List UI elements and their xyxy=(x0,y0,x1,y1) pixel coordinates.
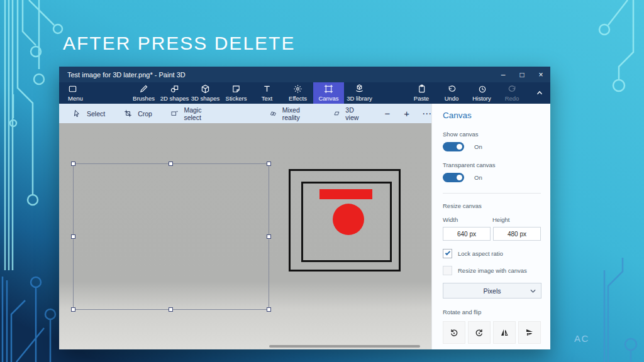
selection-handle[interactable] xyxy=(169,162,173,166)
chevron-down-icon xyxy=(530,289,536,293)
tab-stickers[interactable]: Stickers xyxy=(221,82,252,104)
paint3d-window: Test image for 3D later.png* - Paint 3D … xyxy=(59,67,550,349)
tab-effects[interactable]: Effects xyxy=(282,82,313,104)
flip-horizontal-button[interactable] xyxy=(493,321,516,344)
paste-icon xyxy=(417,84,426,94)
selection-handle[interactable] xyxy=(71,307,75,312)
collapse-ribbon-button[interactable] xyxy=(532,82,547,104)
height-label: Height xyxy=(492,216,509,223)
redo-icon xyxy=(508,84,517,94)
units-dropdown[interactable]: Pixels xyxy=(443,283,541,299)
drawing-red-bar[interactable] xyxy=(319,189,372,199)
3d-view-icon xyxy=(333,109,340,118)
zoom-out-button[interactable]: − xyxy=(384,109,390,118)
resize-canvas-label: Resize canvas xyxy=(443,202,541,209)
tool-subbar: Select Crop Magic select Mixed reality 3… xyxy=(59,104,431,123)
width-label: Width xyxy=(443,216,492,223)
selection-handle[interactable] xyxy=(267,307,271,312)
select-cursor-icon xyxy=(73,109,81,118)
canvas-icon xyxy=(324,84,333,94)
mixed-reality-button[interactable]: Mixed reality xyxy=(270,106,311,121)
tab-3d-library[interactable]: 3D library xyxy=(344,82,375,104)
rotate-counterclockwise-icon xyxy=(449,327,459,337)
zoom-in-button[interactable]: + xyxy=(404,109,409,118)
transparent-canvas-label: Transparent canvas xyxy=(443,162,541,168)
canvas-area[interactable] xyxy=(59,123,431,349)
minimize-button[interactable]: – xyxy=(494,67,513,82)
tab-2d-shapes[interactable]: 2D shapes xyxy=(159,82,190,104)
show-canvas-state: On xyxy=(474,143,482,150)
effects-icon xyxy=(293,84,303,94)
menu-icon xyxy=(68,84,77,94)
select-tool[interactable]: Select xyxy=(73,109,105,118)
crop-tool[interactable]: Crop xyxy=(124,109,152,118)
selection-handle[interactable] xyxy=(71,234,75,239)
resize-image-with-canvas-checkbox[interactable] xyxy=(443,266,452,275)
crop-icon xyxy=(124,109,132,118)
tab-canvas[interactable]: Canvas xyxy=(313,82,344,104)
history-icon xyxy=(477,84,487,94)
panel-title: Canvas xyxy=(443,111,541,120)
selection-handle[interactable] xyxy=(71,162,75,166)
close-button[interactable]: × xyxy=(531,67,550,82)
paste-button[interactable]: Paste xyxy=(406,82,436,104)
tab-brushes[interactable]: Brushes xyxy=(128,82,159,104)
resize-image-with-canvas-label: Resize image with canvas xyxy=(458,267,527,274)
horizontal-scrollbar[interactable] xyxy=(269,345,420,348)
rotate-and-flip-label: Rotate and flip xyxy=(443,309,541,315)
magic-select-icon xyxy=(171,109,178,118)
canvas-selection-rect[interactable] xyxy=(73,163,269,310)
3d-shapes-icon xyxy=(201,84,210,94)
redo-button[interactable]: Redo xyxy=(497,82,527,104)
rotate-clockwise-button[interactable] xyxy=(468,321,491,344)
2d-shapes-icon xyxy=(170,84,179,94)
more-options-button[interactable]: ⋯ xyxy=(422,109,431,118)
author-initials: AC xyxy=(574,333,589,344)
units-selected-value: Pixels xyxy=(483,287,501,295)
undo-icon xyxy=(447,84,457,94)
3d-view-button[interactable]: 3D view xyxy=(333,106,364,121)
drawing-red-circle[interactable] xyxy=(333,204,364,235)
window-titlebar: Test image for 3D later.png* - Paint 3D … xyxy=(59,67,550,82)
checkmark-icon xyxy=(445,250,450,255)
selection-handle[interactable] xyxy=(169,307,173,312)
height-input[interactable] xyxy=(493,227,541,241)
rotate-counterclockwise-button[interactable] xyxy=(443,321,465,344)
slide-background: { "slide": { "title": "AFTER PRESS DELET… xyxy=(0,0,644,362)
toggle-knob xyxy=(457,175,462,180)
magic-select-tool[interactable]: Magic select xyxy=(171,106,212,121)
document-title: Test image for 3D later.png* - Paint 3D xyxy=(59,71,494,79)
text-icon xyxy=(262,84,272,94)
brushes-icon xyxy=(139,84,148,94)
ribbon-toolbar: Menu Brushes 2D shapes 3D shapes Sticker… xyxy=(59,82,550,104)
chevron-up-icon xyxy=(535,89,544,97)
transparent-canvas-toggle[interactable] xyxy=(443,173,464,182)
canvas-panel: Canvas Show canvas On Transparent canvas… xyxy=(431,104,550,349)
show-canvas-toggle[interactable] xyxy=(443,142,464,151)
selection-handle[interactable] xyxy=(267,162,271,166)
transparent-canvas-state: On xyxy=(474,174,482,181)
flip-horizontal-icon xyxy=(499,327,509,337)
rotate-clockwise-icon xyxy=(474,327,484,337)
3d-library-icon xyxy=(355,84,364,94)
slide-title: AFTER PRESS DELETE xyxy=(63,33,295,54)
undo-button[interactable]: Undo xyxy=(436,82,467,104)
selection-handle[interactable] xyxy=(267,234,271,239)
flip-vertical-icon xyxy=(525,327,535,337)
maximize-button[interactable]: □ xyxy=(513,67,531,82)
show-canvas-label: Show canvas xyxy=(443,131,541,138)
tab-text[interactable]: Text xyxy=(252,82,282,104)
panel-divider xyxy=(443,193,541,194)
flip-vertical-button[interactable] xyxy=(518,321,541,344)
history-button[interactable]: History xyxy=(467,82,497,104)
toggle-knob xyxy=(457,144,462,150)
lock-aspect-ratio-checkbox[interactable] xyxy=(443,249,452,258)
mixed-reality-icon xyxy=(270,109,277,118)
menu-button[interactable]: Menu xyxy=(63,82,96,104)
lock-aspect-ratio-label: Lock aspect ratio xyxy=(458,250,503,257)
stickers-icon xyxy=(231,84,241,94)
width-input[interactable] xyxy=(443,227,491,241)
tab-3d-shapes[interactable]: 3D shapes xyxy=(190,82,221,104)
